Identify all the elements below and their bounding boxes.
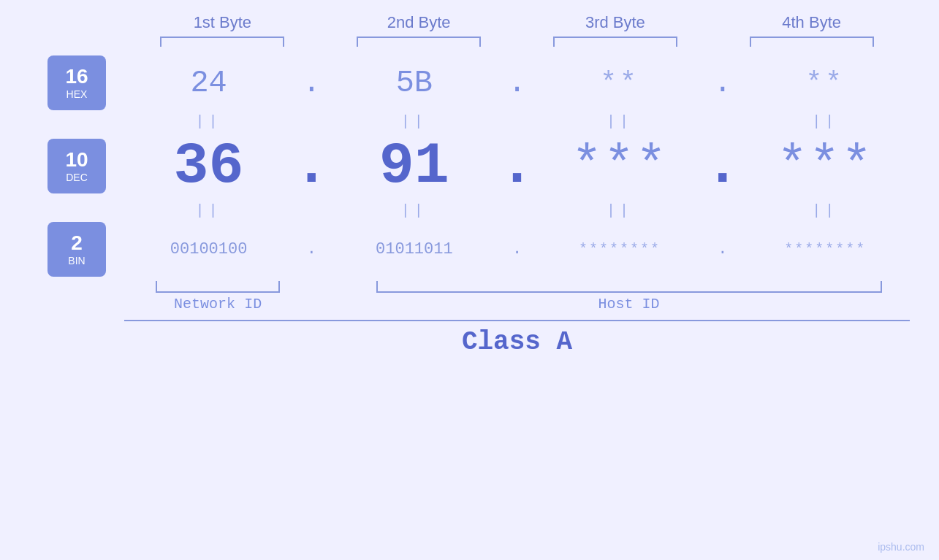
eq1-b4: ||: [741, 113, 910, 130]
top-brackets: [29, 37, 910, 47]
hex-badge-placeholder: 16 HEX: [29, 55, 124, 110]
bin-badge: 2 BIN: [47, 222, 106, 277]
dec-row: 10 DEC 36 . 91 . *** . ***: [29, 133, 910, 199]
dec-dot-1: .: [293, 133, 330, 199]
byte-labels-row: 1st Byte 2nd Byte 3rd Byte 4th Byte: [29, 13, 910, 32]
byte-label-3: 3rd Byte: [517, 13, 714, 32]
bracket-bottom-network: [156, 281, 280, 293]
byte-label-4: 4th Byte: [713, 13, 910, 32]
bracket-top-3: [553, 37, 677, 47]
hex-row: 16 HEX 24 . 5B . ** . **: [29, 55, 910, 110]
byte-label-2: 2nd Byte: [321, 13, 517, 32]
hex-dot-2: .: [499, 66, 536, 101]
hex-badge-label: HEX: [66, 88, 88, 100]
dec-badge-label: DEC: [66, 172, 88, 183]
class-bracket-line: [29, 320, 910, 321]
bin-b1: 00100100: [124, 240, 293, 258]
dec-badge-placeholder: 10 DEC: [29, 139, 124, 193]
class-label: Class A: [462, 327, 572, 357]
hex-b2: 5B: [330, 66, 498, 101]
equals-values-2: || || || ||: [124, 202, 910, 219]
hex-values: 24 . 5B . ** . **: [124, 66, 910, 101]
bin-badge-placeholder: 2 BIN: [29, 222, 124, 277]
hex-dot-3: .: [704, 66, 741, 101]
hex-b1: 24: [124, 66, 293, 101]
bracket-top-1: [160, 37, 284, 47]
eq1-b2: ||: [330, 113, 498, 130]
bin-dot-1: .: [293, 240, 330, 258]
bin-row: 2 BIN 00100100 . 01011011 . ******** .: [29, 222, 910, 277]
equals-values-1: || || || ||: [124, 113, 910, 130]
dec-b3: ***: [536, 137, 704, 195]
eq2-b1: ||: [124, 202, 293, 219]
bracket-top-4: [750, 37, 874, 47]
id-labels-row: Network ID Host ID: [29, 296, 910, 312]
hex-badge: 16 HEX: [47, 55, 106, 110]
bracket-bottom-host: [376, 281, 882, 293]
byte-label-1: 1st Byte: [124, 13, 321, 32]
hex-b4: **: [741, 67, 910, 99]
hex-badge-number: 16: [65, 66, 88, 87]
watermark: ipshu.com: [878, 541, 924, 553]
bin-dot-3: .: [704, 240, 741, 258]
class-label-cell: Class A: [124, 327, 910, 357]
class-bracket: [124, 320, 910, 321]
eq1-b3: ||: [536, 113, 704, 130]
equals-row-1: || || || ||: [29, 113, 910, 130]
dec-b1: 36: [124, 133, 293, 199]
dec-values: 36 . 91 . *** . ***: [124, 133, 910, 199]
eq1-b1: ||: [124, 113, 293, 130]
host-id-label: Host ID: [348, 296, 910, 312]
eq2-b3: ||: [536, 202, 704, 219]
bin-badge-number: 2: [71, 233, 83, 253]
dec-dot-2: .: [499, 133, 536, 199]
bin-b2: 01011011: [330, 240, 498, 258]
bin-b4: ********: [741, 241, 910, 258]
bin-dot-2: .: [499, 240, 536, 258]
eq2-b2: ||: [330, 202, 498, 219]
class-row: Class A: [29, 327, 910, 357]
dec-b4: ***: [741, 137, 910, 195]
hex-b3: **: [536, 67, 704, 99]
bin-b3: ********: [536, 241, 704, 258]
main-container: 1st Byte 2nd Byte 3rd Byte 4th Byte 16 H…: [0, 0, 939, 560]
bin-values: 00100100 . 01011011 . ******** . *******…: [124, 240, 910, 258]
dec-dot-3: .: [704, 133, 741, 199]
eq2-b4: ||: [741, 202, 910, 219]
network-id-label: Network ID: [124, 296, 311, 312]
dec-b2: 91: [330, 133, 498, 199]
bin-badge-label: BIN: [68, 255, 85, 266]
bracket-top-2: [357, 37, 481, 47]
hex-dot-1: .: [293, 66, 330, 101]
dec-badge-number: 10: [65, 150, 88, 170]
bottom-brackets-row: [29, 281, 910, 293]
dec-badge: 10 DEC: [47, 139, 106, 193]
equals-row-2: || || || ||: [29, 202, 910, 219]
